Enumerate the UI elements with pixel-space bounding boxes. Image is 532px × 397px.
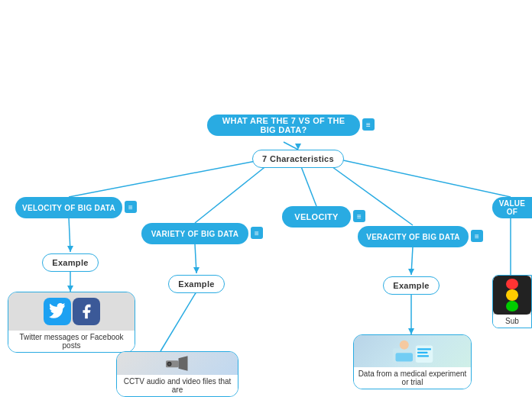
example2-node: Example <box>168 275 225 293</box>
cctv-caption: CCTV audio and video files that are <box>117 375 238 396</box>
svg-rect-27 <box>417 348 431 350</box>
svg-line-10 <box>411 247 413 275</box>
svg-rect-29 <box>417 355 429 357</box>
velocity-big-data-node: VELOCITY OF BIG DATA <box>15 197 122 218</box>
traffic-light-image-node: Sub <box>492 275 532 328</box>
velocity-node: VELOCITY <box>282 206 351 228</box>
example1-node: Example <box>42 253 99 272</box>
svg-line-1 <box>69 159 268 197</box>
svg-rect-25 <box>395 353 413 361</box>
svg-marker-14 <box>67 246 73 252</box>
veracity-big-data-node: VERACITY OF BIG DATA <box>358 226 469 247</box>
svg-marker-17 <box>408 269 414 275</box>
characteristics-node: 7 Characteristics <box>252 150 344 168</box>
svg-line-5 <box>336 159 511 197</box>
velocity-menu[interactable] <box>353 210 365 222</box>
variety-big-data-node: VARIETY OF BIG DATA <box>141 223 248 244</box>
svg-marker-15 <box>67 286 73 292</box>
example3-node: Example <box>383 276 440 295</box>
traffic-sub-label: Sub <box>493 315 531 328</box>
twitter-facebook-image-node: Twitter messages or Facebook posts <box>8 292 135 353</box>
value-of-node: VALUE OF <box>492 197 532 218</box>
svg-marker-16 <box>193 267 200 273</box>
svg-marker-18 <box>408 328 414 334</box>
svg-line-8 <box>195 244 196 273</box>
svg-line-6 <box>69 218 70 252</box>
root-node: WHAT ARE THE 7 VS OF THE BIG DATA? <box>207 115 360 136</box>
twitter-caption: Twitter messages or Facebook posts <box>8 331 135 352</box>
variety-big-menu[interactable] <box>251 227 263 239</box>
medical-image-node: Data from a medical experiment or trial <box>353 334 472 389</box>
cctv-image-node: CCTV audio and video files that are <box>116 351 238 397</box>
root-menu[interactable] <box>362 118 375 131</box>
facebook-icon <box>73 298 100 325</box>
svg-rect-28 <box>417 352 428 353</box>
velocity-big-menu[interactable] <box>125 201 137 213</box>
svg-point-22 <box>168 363 170 365</box>
svg-line-2 <box>195 159 275 223</box>
medical-caption: Data from a medical experiment or trial <box>354 367 471 389</box>
svg-rect-26 <box>415 346 433 363</box>
twitter-icon <box>44 298 71 325</box>
veracity-big-menu[interactable] <box>471 230 483 242</box>
svg-point-24 <box>399 341 408 350</box>
svg-marker-20 <box>179 356 188 371</box>
svg-marker-13 <box>295 144 301 150</box>
svg-line-0 <box>284 142 298 150</box>
svg-line-9 <box>161 292 196 351</box>
